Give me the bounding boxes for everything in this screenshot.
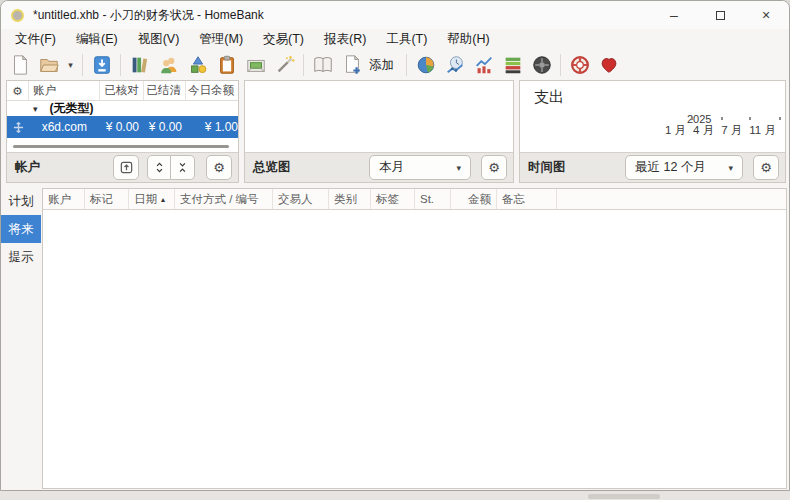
menu-manage[interactable]: 管理(M) bbox=[189, 29, 253, 50]
manage-payees-button[interactable] bbox=[154, 52, 183, 79]
time-chart-settings-button[interactable]: ⚙ bbox=[753, 155, 779, 180]
assignments-icon bbox=[274, 54, 296, 76]
trendtime-icon bbox=[444, 54, 466, 76]
account-group-row[interactable]: ▾ (无类型) bbox=[7, 101, 238, 116]
open-account-button[interactable] bbox=[113, 155, 139, 180]
new-file-button[interactable] bbox=[5, 52, 34, 79]
tab-scheduled[interactable]: 计划 bbox=[1, 187, 41, 215]
background-artifact bbox=[588, 494, 660, 499]
accounts-col-cleared[interactable]: 已结清 bbox=[144, 81, 186, 100]
menu-transactions[interactable]: 交易(T) bbox=[253, 29, 314, 50]
accounts-col-today-balance[interactable]: 今日余额 bbox=[186, 81, 238, 100]
tab-future[interactable]: 将来 bbox=[1, 215, 41, 243]
account-reconciled-value: ¥ 0.00 bbox=[91, 120, 139, 134]
accounts-settings-column-icon[interactable]: ⚙ bbox=[7, 81, 29, 100]
open-file-icon bbox=[38, 54, 60, 76]
axis-tick-label: 4 月 bbox=[693, 123, 714, 138]
axis-tick bbox=[691, 117, 693, 120]
show-ledger-button[interactable] bbox=[308, 52, 337, 79]
txn-col-date-label: 日期 bbox=[134, 192, 157, 207]
manage-categories-button[interactable] bbox=[183, 52, 212, 79]
budget-report-button[interactable] bbox=[498, 52, 527, 79]
budget-icon bbox=[245, 54, 267, 76]
time-chart-panel: 支出 2025 1 月 4 月 7 月 11 月 时间图 最近 12 个月 ▾ … bbox=[519, 80, 786, 183]
add-transaction-label[interactable]: 添加 bbox=[369, 57, 394, 74]
add-transaction-button[interactable] bbox=[337, 52, 366, 79]
maximize-icon bbox=[716, 11, 725, 20]
toolbar-separator bbox=[120, 54, 121, 76]
txn-col-status[interactable]: St. bbox=[415, 189, 451, 209]
accounts-settings-button[interactable]: ⚙ bbox=[206, 155, 232, 180]
payees-icon bbox=[158, 54, 180, 76]
toolbar-separator bbox=[406, 54, 407, 76]
txn-col-category[interactable]: 类别 bbox=[329, 189, 371, 209]
time-range-dropdown[interactable]: 最近 12 个月 ▾ bbox=[625, 155, 743, 180]
menu-tools[interactable]: 工具(T) bbox=[376, 29, 437, 50]
menu-view[interactable]: 视图(V) bbox=[128, 29, 190, 50]
chevron-down-icon: ▾ bbox=[442, 163, 461, 173]
txn-col-account[interactable]: 账户 bbox=[43, 189, 85, 209]
menubar: 文件(F) 编辑(E) 视图(V) 管理(M) 交易(T) 报表(R) 工具(T… bbox=[1, 29, 789, 50]
txn-col-amount[interactable]: 金额 bbox=[451, 189, 497, 209]
save-button[interactable] bbox=[87, 52, 116, 79]
accounts-footer: 帐户 ⚙ bbox=[7, 152, 238, 182]
categories-icon bbox=[187, 54, 209, 76]
overview-range-dropdown[interactable]: 本月 ▾ bbox=[369, 155, 471, 180]
accounts-col-account[interactable]: 账户 bbox=[29, 81, 100, 100]
titlebar: *untitled.xhb - 小刀的财务状况 - HomeBank – × bbox=[1, 1, 789, 29]
axis-tick-label: 11 月 bbox=[749, 123, 776, 138]
overview-panel: 总览图 本月 ▾ ⚙ bbox=[244, 80, 514, 183]
overview-settings-button[interactable]: ⚙ bbox=[481, 155, 507, 180]
trendtime-report-button[interactable] bbox=[440, 52, 469, 79]
toolbar-separator bbox=[82, 54, 83, 76]
txn-col-payment[interactable]: 支付方式 / 编号 bbox=[175, 189, 273, 209]
transactions-header: 账户 标记 日期 ▴ 支付方式 / 编号 交易人 类别 标签 St. 金额 备忘 bbox=[43, 189, 786, 210]
app-icon bbox=[11, 9, 24, 22]
txn-col-tags[interactable]: 标签 bbox=[371, 189, 415, 209]
account-name: x6d.com bbox=[29, 120, 91, 134]
collapse-all-button[interactable] bbox=[171, 155, 195, 180]
scheduled-icon bbox=[216, 54, 238, 76]
scheduled-transactions-button[interactable] bbox=[212, 52, 241, 79]
minimize-button[interactable]: – bbox=[651, 1, 697, 29]
accounts-panel: ⚙ 账户 已核对 已结清 今日余额 ▾ (无类型) x6d.com ¥ 0.00… bbox=[6, 80, 239, 183]
new-file-icon bbox=[9, 54, 31, 76]
help-donate-button[interactable] bbox=[565, 52, 594, 79]
account-row[interactable]: x6d.com ¥ 0.00 ¥ 0.00 ¥ 1.00 bbox=[7, 116, 238, 138]
expander-icon[interactable]: ▾ bbox=[33, 104, 38, 114]
homebank-window: *untitled.xhb - 小刀的财务状况 - HomeBank – × 文… bbox=[0, 0, 790, 491]
manage-accounts-button[interactable] bbox=[125, 52, 154, 79]
menu-help[interactable]: 帮助(H) bbox=[437, 29, 499, 50]
account-cleared-value: ¥ 0.00 bbox=[139, 120, 182, 134]
statistics-report-button[interactable] bbox=[411, 52, 440, 79]
accounts-col-reconciled[interactable]: 已核对 bbox=[100, 81, 144, 100]
menu-file[interactable]: 文件(F) bbox=[5, 29, 66, 50]
txn-col-filler bbox=[557, 189, 786, 209]
help-donate-icon bbox=[569, 54, 591, 76]
assignments-button[interactable] bbox=[270, 52, 299, 79]
txn-col-date[interactable]: 日期 ▴ bbox=[129, 189, 175, 209]
balance-report-button[interactable] bbox=[469, 52, 498, 79]
maximize-button[interactable] bbox=[697, 1, 743, 29]
horizontal-scrollbar[interactable] bbox=[13, 145, 229, 148]
open-dropdown-button[interactable]: ▾ bbox=[63, 52, 78, 79]
overview-footer-label: 总览图 bbox=[253, 159, 291, 176]
heart-button[interactable] bbox=[594, 52, 623, 79]
transactions-list[interactable] bbox=[43, 210, 786, 489]
txn-col-payee[interactable]: 交易人 bbox=[273, 189, 329, 209]
time-chart-footer: 时间图 最近 12 个月 ▾ ⚙ bbox=[520, 152, 785, 182]
expand-all-button[interactable] bbox=[147, 155, 171, 180]
vehicle-cost-button[interactable] bbox=[527, 52, 556, 79]
manage-budget-button[interactable] bbox=[241, 52, 270, 79]
accounts-header: ⚙ 账户 已核对 已结清 今日余额 bbox=[7, 81, 238, 101]
statistics-pie-icon bbox=[415, 54, 437, 76]
tab-remind[interactable]: 提示 bbox=[1, 243, 41, 271]
txn-col-memo[interactable]: 备忘 bbox=[497, 189, 557, 209]
menu-reports[interactable]: 报表(R) bbox=[314, 29, 376, 50]
open-file-button[interactable] bbox=[34, 52, 63, 79]
ledger-icon bbox=[312, 54, 334, 76]
menu-edit[interactable]: 编辑(E) bbox=[66, 29, 128, 50]
add-transaction-icon bbox=[341, 54, 363, 76]
txn-col-flag[interactable]: 标记 bbox=[85, 189, 129, 209]
close-button[interactable]: × bbox=[743, 1, 789, 29]
